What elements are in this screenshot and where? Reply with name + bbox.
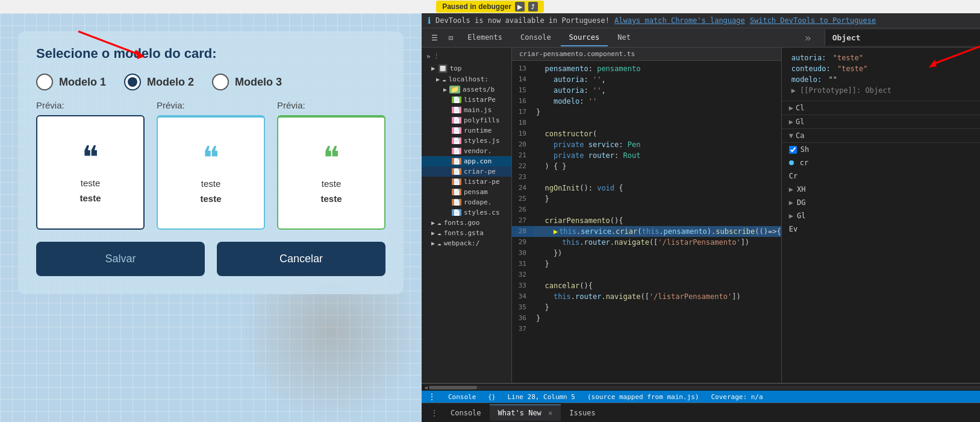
model-option-3[interactable]: Modelo 3 [212, 74, 282, 90]
tree-item-listar[interactable]: 📄 listarPe [422, 95, 511, 105]
code-line-25: 25 } [512, 194, 781, 204]
line-content-19: constructor( [534, 128, 781, 139]
more-tabs-icon[interactable]: » [805, 31, 811, 44]
code-line-29: 29 this.router.navigate(['/listarPensame… [512, 237, 781, 248]
obj-prototype-text: ▶ [[Prototype]]: Object [791, 86, 891, 95]
whatsnew-close-icon[interactable]: ✕ [548, 409, 552, 417]
model-option-2[interactable]: Modelo 2 [124, 74, 194, 90]
obj-key-conteudo: conteudo: [791, 65, 831, 73]
line-content-25: } [534, 194, 781, 204]
bottom-menu-icon[interactable]: ⋮ [426, 408, 442, 418]
line-content-14: autoria: '', [534, 74, 781, 85]
line-content-29: this.router.navigate(['/listarPensamento… [534, 237, 781, 248]
obj-item-modelo: modelo: "" [789, 74, 980, 85]
ev-label: Ev [789, 225, 797, 233]
tree-item-fontsgsta[interactable]: ▶ ☁ fonts.gsta [422, 228, 511, 238]
tree-item-vendor[interactable]: 📄 vendor. [422, 146, 511, 156]
cancel-button[interactable]: Cancelar [217, 242, 385, 276]
tree-item-assets[interactable]: ▶ 📁 assets/b [422, 84, 511, 95]
tree-item-top[interactable]: ▶ 🔲 top [422, 63, 511, 74]
line-num-27: 27 [512, 215, 534, 226]
blue-dot-icon [789, 160, 794, 165]
code-editor[interactable]: criar-pensamento.component.ts 13 pensame… [512, 48, 781, 383]
line-num-14: 14 [512, 74, 534, 85]
radio-model3[interactable] [212, 74, 229, 90]
save-button[interactable]: Salvar [36, 242, 205, 276]
devtools-menu-icon[interactable]: ☰ [426, 31, 443, 45]
left-panel: Selecione o modelo do card: Modelo 1 Mod… [0, 13, 422, 422]
console-tab-label: Console [451, 409, 481, 417]
tree-item-appcon[interactable]: 📄 app.con [422, 156, 511, 166]
code-line-24: 24 ngOnInit(): void { [512, 183, 781, 194]
tree-item-localhost[interactable]: ▶ ☁ localhost: [422, 74, 511, 84]
code-line-27: 27 criarPensamento(){ [512, 215, 781, 226]
scope-dg: ▶ DG [782, 196, 980, 209]
file-tree-menu-icon[interactable]: ⋮ [433, 52, 440, 60]
scope-xh: ▶ XH [782, 183, 980, 196]
step-icon[interactable]: ⤴ [528, 2, 538, 11]
cl-arrow: ▶ [789, 104, 793, 112]
notify-text: DevTools is now available in Portuguese! [435, 16, 610, 25]
tree-localhost-label: localhost: [449, 75, 488, 83]
devtools-notify-bar: ℹ DevTools is now available in Portugues… [422, 13, 980, 28]
scroll-left-icon[interactable]: ◀ [424, 384, 428, 391]
tree-item-stylescss[interactable]: 📄 styles.cs [422, 207, 511, 218]
tree-item-webpack[interactable]: ▶ ☁ webpack:/ [422, 238, 511, 248]
tree-item-fontsgoo[interactable]: ▶ ☁ fonts.goo [422, 218, 511, 228]
notify-link-2[interactable]: Switch DevTools to Portuguese [750, 16, 876, 25]
line-content-16: modelo: '' [534, 96, 781, 107]
tab-sources[interactable]: Sources [561, 30, 608, 46]
code-line-33: 33 cancelar(){ [512, 280, 781, 291]
notify-link-1[interactable]: Always match Chrome's language [614, 16, 745, 25]
preview-card-1: ❝ teste teste [36, 115, 145, 230]
tab-console[interactable]: Console [512, 30, 560, 46]
bottom-tab-issues[interactable]: Issues [561, 405, 604, 421]
model-option-1[interactable]: Modelo 1 [36, 74, 106, 90]
status-menu-icon[interactable]: ⋮ [428, 392, 436, 402]
quote-icon-2: ❝ [202, 142, 219, 174]
tree-rodape-label: rodape. [464, 198, 492, 206]
preview-text1-3: teste [322, 178, 342, 189]
line-num-34: 34 [512, 291, 534, 302]
dg-label: DG [797, 198, 805, 207]
radio-model2[interactable] [124, 74, 141, 90]
tree-listar-label: listarPe [464, 96, 496, 104]
code-line-32: 32 [512, 269, 781, 280]
tree-item-main[interactable]: 📄 main.js [422, 105, 511, 115]
radio-model1[interactable] [36, 74, 53, 90]
object-properties-section: autoria: "teste" conteudo: "teste" model… [782, 48, 980, 101]
tree-item-polyfills[interactable]: 📄 polyfills [422, 115, 511, 125]
devtools-dock-icon[interactable]: ⊡ [444, 31, 458, 45]
tree-item-pensam[interactable]: 📄 pensam [422, 187, 511, 197]
scope-cl[interactable]: ▶ Cl [782, 101, 980, 115]
tab-elements[interactable]: Elements [459, 30, 511, 46]
tree-item-rodape[interactable]: 📄 rodape. [422, 197, 511, 207]
code-line-14: 14 autoria: '', [512, 74, 781, 85]
bottom-tab-console[interactable]: Console [442, 405, 490, 421]
sh-checkbox[interactable] [789, 146, 797, 154]
code-line-20: 20 private service: Pen [512, 139, 781, 150]
line-content-21: private router: Rout [534, 150, 781, 161]
tree-fontsgsta-label: fonts.gsta [444, 229, 484, 237]
expand-all-icon[interactable]: » [426, 52, 431, 60]
tree-item-criar[interactable]: 📄 criar-pe [422, 166, 511, 177]
line-num-18: 18 [512, 118, 534, 128]
line-num-19: 19 [512, 128, 534, 139]
tree-item-listar2[interactable]: 📄 listar-pe [422, 177, 511, 187]
resume-icon[interactable]: ▶ [515, 2, 525, 11]
object-panel: Object [825, 30, 980, 46]
whatsnew-tab-label: What's New [498, 409, 541, 417]
code-line-15: 15 autoria: '', [512, 85, 781, 96]
bottom-tab-whatsnew[interactable]: What's New ✕ [490, 405, 561, 421]
tab-network[interactable]: Net [609, 30, 639, 46]
preview-text2-1: teste [80, 193, 101, 203]
obj-key-modelo: modelo: [791, 75, 822, 84]
tree-item-styles[interactable]: 📄 styles.js [422, 136, 511, 146]
tree-item-runtime[interactable]: 📄 runtime [422, 125, 511, 136]
model3-label: Modelo 3 [235, 76, 282, 89]
status-braces-icon[interactable]: {} [488, 394, 495, 400]
line-content-28: ▶this.service.criar(this.pensamento).sub… [534, 226, 781, 237]
horizontal-scrollbar[interactable] [429, 386, 980, 389]
scope-gl[interactable]: ▶ Gl [782, 115, 980, 129]
scope-ca[interactable]: ▼ Ca [782, 129, 980, 143]
